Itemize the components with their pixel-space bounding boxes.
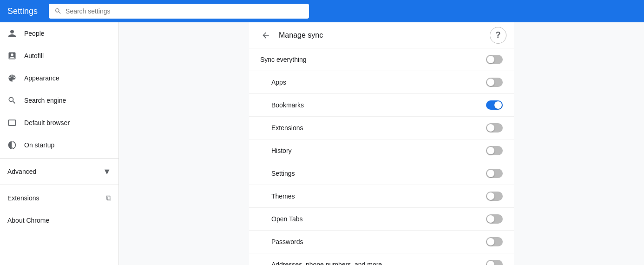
chevron-down-icon: ▼ xyxy=(103,167,111,177)
toggle-thumb xyxy=(487,261,494,265)
sync-row-label-apps: Apps xyxy=(271,79,486,86)
sidebar-item-appearance[interactable]: Appearance xyxy=(0,67,118,89)
toggle-thumb xyxy=(487,238,494,245)
sync-row-history: History xyxy=(249,139,514,162)
toggle-settings[interactable] xyxy=(486,169,503,178)
sync-row-label-passwords: Passwords xyxy=(271,238,486,245)
sync-title: Manage sync xyxy=(279,31,490,40)
header: Settings xyxy=(0,0,644,22)
external-link-icon: ⧉ xyxy=(106,194,111,202)
toggle-open-tabs[interactable] xyxy=(486,214,503,224)
sidebar-item-autofill[interactable]: Autofill xyxy=(0,45,118,67)
sync-row-passwords: Passwords xyxy=(249,231,514,253)
sync-row-settings: Settings xyxy=(249,162,514,185)
sync-row-open-tabs: Open Tabs xyxy=(249,208,514,231)
sync-row-extensions: Extensions xyxy=(249,117,514,139)
sidebar-item-default-browser-label: Default browser xyxy=(24,119,111,126)
toggle-thumb xyxy=(494,101,502,109)
sidebar-item-autofill-label: Autofill xyxy=(24,52,111,60)
search-input[interactable] xyxy=(66,7,303,15)
toggle-addresses[interactable] xyxy=(486,260,503,265)
sidebar-item-extensions-label: Extensions xyxy=(7,194,99,202)
search-bar[interactable] xyxy=(49,4,309,19)
sidebar-item-about-chrome-label: About Chrome xyxy=(7,217,111,224)
toggle-thumb xyxy=(487,147,494,154)
sidebar-item-people-label: People xyxy=(24,30,111,37)
toggle-bookmarks[interactable] xyxy=(486,100,503,110)
sync-header: Manage sync ? xyxy=(249,22,514,48)
toggle-thumb xyxy=(487,215,494,223)
sync-row-sync-everything: Sync everything xyxy=(249,48,514,71)
sidebar-divider-2 xyxy=(0,185,118,185)
sidebar-item-people[interactable]: People xyxy=(0,22,118,45)
toggle-passwords[interactable] xyxy=(486,237,503,246)
toggle-apps[interactable] xyxy=(486,78,503,87)
sync-rows-container: Sync everythingAppsBookmarksExtensionsHi… xyxy=(249,48,514,265)
toggle-thumb xyxy=(487,79,494,86)
sync-row-addresses: Addresses, phone numbers, and more xyxy=(249,253,514,265)
toggle-thumb xyxy=(487,56,494,63)
toggle-extensions[interactable] xyxy=(486,123,503,132)
toggle-sync-everything[interactable] xyxy=(486,55,503,64)
person-icon xyxy=(7,29,17,38)
sync-row-label-settings: Settings xyxy=(271,170,486,177)
sidebar-advanced-label: Advanced xyxy=(7,168,99,175)
default-browser-icon xyxy=(7,118,17,127)
sidebar-item-search-engine[interactable]: Search engine xyxy=(0,89,118,112)
sidebar-advanced[interactable]: Advanced ▼ xyxy=(0,160,118,183)
sidebar-item-search-engine-label: Search engine xyxy=(24,97,111,104)
sync-row-label-history: History xyxy=(271,147,486,154)
toggle-history[interactable] xyxy=(486,146,503,155)
toggle-thumb xyxy=(487,170,494,177)
sync-row-label-sync-everything: Sync everything xyxy=(260,56,486,63)
sidebar-item-appearance-label: Appearance xyxy=(24,74,111,82)
content-area: Manage sync ? Sync everythingAppsBookmar… xyxy=(119,22,644,265)
sidebar-item-on-startup[interactable]: On startup xyxy=(0,134,118,156)
sync-row-label-themes: Themes xyxy=(271,192,486,200)
sync-row-themes: Themes xyxy=(249,185,514,208)
help-button[interactable]: ? xyxy=(490,27,506,44)
sync-row-apps: Apps xyxy=(249,71,514,94)
sync-panel: Manage sync ? Sync everythingAppsBookmar… xyxy=(249,22,514,265)
autofill-icon xyxy=(7,51,17,60)
sidebar: People Autofill Appearance Search engine xyxy=(0,22,119,265)
sidebar-item-about-chrome[interactable]: About Chrome xyxy=(0,209,118,232)
sync-row-label-extensions: Extensions xyxy=(271,124,486,132)
appearance-icon xyxy=(7,73,17,83)
toggle-themes[interactable] xyxy=(486,192,503,201)
main-layout: People Autofill Appearance Search engine xyxy=(0,22,644,265)
back-button[interactable] xyxy=(256,26,275,45)
search-icon xyxy=(54,7,62,15)
sidebar-item-extensions[interactable]: Extensions ⧉ xyxy=(0,187,118,209)
on-startup-icon xyxy=(7,140,17,150)
sync-row-label-bookmarks: Bookmarks xyxy=(271,101,486,109)
app-title: Settings xyxy=(7,7,38,16)
sidebar-item-default-browser[interactable]: Default browser xyxy=(0,112,118,134)
search-engine-icon xyxy=(7,96,17,105)
sidebar-item-on-startup-label: On startup xyxy=(24,141,111,149)
sync-row-label-addresses: Addresses, phone numbers, and more xyxy=(271,261,486,265)
sidebar-divider xyxy=(0,158,118,159)
toggle-thumb xyxy=(487,124,494,132)
toggle-thumb xyxy=(487,192,494,200)
sync-row-label-open-tabs: Open Tabs xyxy=(271,215,486,223)
sync-row-bookmarks: Bookmarks xyxy=(249,94,514,117)
